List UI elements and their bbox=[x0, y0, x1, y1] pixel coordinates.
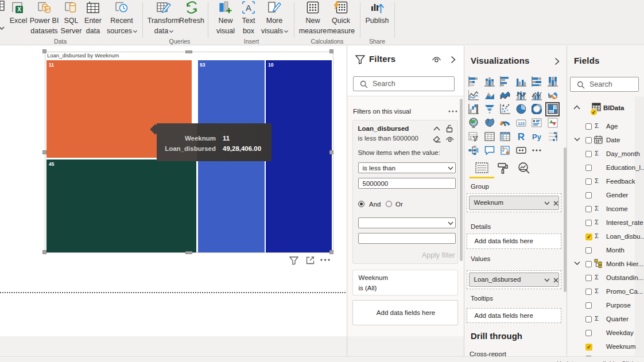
svg-text:X: X bbox=[17, 6, 21, 13]
svg-text:123: 123 bbox=[518, 122, 525, 126]
svg-text:A: A bbox=[246, 3, 251, 13]
svg-text:R: R bbox=[517, 131, 524, 142]
svg-text:Py: Py bbox=[532, 133, 542, 141]
